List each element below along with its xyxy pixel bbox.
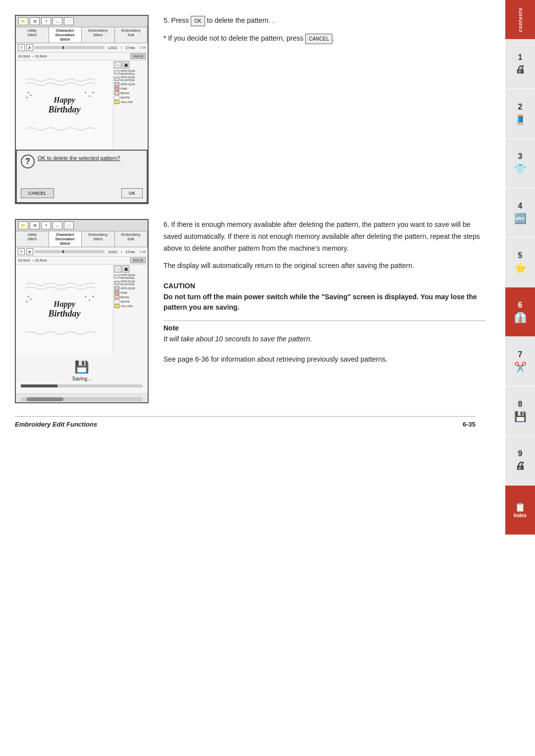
- color-swatch-yellow: [114, 100, 119, 104]
- screen1-size-text: 10.0cm ↔13.9cm: [18, 54, 47, 58]
- color-item-applique-material: APPLIQUEMATERIAL: [114, 69, 147, 75]
- color2-swatch-applique: [114, 286, 119, 290]
- screen1-tab-edit[interactable]: EmbroideryEdit: [115, 27, 148, 43]
- screen2-tool1[interactable]: ⊙: [18, 248, 25, 255]
- chapter4-icon: 🔤: [514, 213, 527, 224]
- screen2-icon-doc[interactable]: 📄: [64, 221, 74, 229]
- svg-point-1: [30, 94, 32, 96]
- chapter6-icon: 👔: [514, 312, 527, 324]
- caution-section: CAUTION Do not turn off the main power s…: [163, 282, 485, 313]
- dialog-question-text: OK to delete the selected pattern?: [38, 155, 120, 162]
- footer-page: 6-35: [463, 421, 476, 428]
- sidebar-tab-9[interactable]: 9 🖨: [505, 436, 535, 486]
- screen2-tab-utility[interactable]: UtilityStitch: [16, 231, 49, 247]
- sidebar-tab-3[interactable]: 3 👕: [505, 139, 535, 188]
- bottom-scrollbar: [21, 397, 143, 401]
- saving-text: Saving...: [72, 376, 92, 381]
- sidebar-tab-contents[interactable]: contents: [505, 0, 535, 40]
- svg-point-7: [30, 298, 32, 300]
- color2-item-yellow: YELLOW: [114, 304, 147, 308]
- color-swatch-applique: [114, 82, 119, 86]
- screen-icon-folder[interactable]: 📁: [18, 17, 28, 25]
- see-also-text: See page 6-36 for information about retr…: [163, 354, 485, 365]
- screen1-tab-character[interactable]: Character/DecorativeStitch: [49, 27, 82, 43]
- screen2-tabs: UtilityStitch Character/DecorativeStitch…: [16, 231, 148, 247]
- screen2-value1: 12021: [106, 250, 120, 254]
- screen2-tool2[interactable]: 🔊: [26, 248, 33, 255]
- sidebar-tab-1[interactable]: 1 🖨: [505, 40, 535, 89]
- chapter1-icon: 🖨: [515, 64, 525, 75]
- svg-point-8: [26, 301, 28, 302]
- screen1-image-btn[interactable]: IMAGE: [130, 54, 146, 59]
- color2-swatch-white: [114, 300, 119, 304]
- screen1-color-panel: ⬜ ⬛ APPLIQUEMATERIAL APPLIQUEPOSITION: [113, 60, 148, 150]
- color-item-applique: APPLIQUE: [114, 82, 147, 86]
- sidebar-tab-7[interactable]: 7 ✂️: [505, 337, 535, 386]
- step6-panel: 6. If there is enough memory available a…: [163, 219, 485, 403]
- sidebar-tab-8[interactable]: 8 💾: [505, 386, 535, 436]
- screen-icon-dash[interactable]: —: [53, 17, 62, 25]
- screen1-icons: 📁 ⚙ ? — 📄: [18, 17, 74, 25]
- dialog-cancel-button[interactable]: CANCEL: [21, 188, 54, 198]
- screen2-tab-character[interactable]: Character/DecorativeStitch: [49, 231, 82, 247]
- note-title: Note: [163, 324, 485, 332]
- color2-tool-1[interactable]: ⬜: [114, 266, 121, 272]
- caution-text: Do not turn off the main power switch wh…: [163, 292, 485, 313]
- screen1-tool1[interactable]: ⊙: [18, 44, 25, 51]
- screen2-icon-question[interactable]: ?: [41, 221, 51, 229]
- screen-icon-question[interactable]: ?: [41, 17, 51, 25]
- screen1-tabs: UtilityStitch Character/DecorativeStitch…: [16, 27, 148, 43]
- color-tool-1[interactable]: ⬜: [114, 61, 121, 68]
- screen2-design: Happy Birthday: [48, 300, 80, 319]
- screen1-tab-embroidery[interactable]: EmbroideryStitch: [82, 27, 115, 43]
- screen1-color-tools: ⬜ ⬛: [114, 61, 147, 68]
- screen2-color-panel: ⬜ ⬛ APPLIQUEMATERIAL APPLIQUEPOSITION: [113, 265, 148, 354]
- svg-point-10: [89, 299, 90, 301]
- step5-panel: 5. Press OK to delete the pattern. . * I…: [163, 15, 485, 204]
- step6-display-note: The display will automatically return to…: [163, 260, 485, 272]
- step5-cancel-button[interactable]: CANCEL: [305, 34, 332, 44]
- sidebar-tab-4[interactable]: 4 🔤: [505, 188, 535, 238]
- saving-progress-bar-container: [21, 384, 143, 387]
- sidebar-tab-2[interactable]: 2 🧵: [505, 89, 535, 139]
- sidebar-tab-index[interactable]: 📋 Index: [505, 486, 535, 535]
- screen1-tab-utility[interactable]: UtilityStitch: [16, 27, 49, 43]
- screen-icon-settings[interactable]: ⚙: [30, 17, 40, 25]
- svg-point-4: [89, 95, 90, 97]
- color-swatch-pink: [114, 87, 119, 91]
- color-item-applique-position: APPLIQUEPOSITION: [114, 76, 147, 82]
- screen2-canvas: Happy Birthday: [16, 265, 113, 354]
- sidebar-tab-5[interactable]: 5 ⭐: [505, 238, 535, 287]
- sidebar-tab-6[interactable]: 6 👔: [505, 287, 535, 337]
- screen2-icon-settings[interactable]: ⚙: [30, 221, 40, 229]
- svg-point-3: [85, 92, 86, 93]
- chapter3-icon: 👕: [514, 163, 527, 175]
- svg-point-2: [26, 97, 28, 98]
- screen1-main: Happy Birthday ⬜ ⬛ APPLIQUEMATERIAL: [16, 60, 148, 150]
- color-swatch-applique-material: [114, 70, 119, 74]
- screen2-value2: 27min: [123, 250, 137, 254]
- screen2-image-btn[interactable]: IMAGE: [130, 258, 146, 263]
- top-section: 📁 ⚙ ? — 📄 UtilityStitch Character/Decora…: [15, 15, 485, 204]
- screen2-slider: [35, 250, 105, 253]
- screen2-tab-edit[interactable]: EmbroideryEdit: [115, 231, 148, 247]
- screen1-canvas: Happy Birthday: [16, 60, 113, 150]
- screen1-sep2: ≡ 10: [140, 46, 146, 49]
- screen1-slider: [35, 46, 105, 49]
- screen2-icon-folder[interactable]: 📁: [18, 221, 28, 229]
- color2-tool-2[interactable]: ⬛: [122, 266, 129, 272]
- color-tool-2[interactable]: ⬛: [122, 61, 129, 68]
- screen2-icon-dash[interactable]: —: [53, 221, 62, 229]
- step5-ok-button[interactable]: OK: [191, 16, 205, 26]
- svg-point-0: [28, 92, 29, 93]
- screen1-tool2[interactable]: 🔊: [26, 44, 33, 51]
- screen2-tab-embroidery[interactable]: EmbroideryStitch: [82, 231, 115, 247]
- screen2-sep: |: [121, 250, 122, 253]
- color-swatch-beige: [114, 91, 119, 95]
- color2-swatch-pink: [114, 291, 119, 295]
- color-item-yellow: YELLOW: [114, 100, 147, 104]
- screen-icon-doc[interactable]: 📄: [64, 17, 74, 25]
- screen2-main: Happy Birthday ⬜ ⬛ APPLIQUEMATERIAL: [16, 265, 148, 354]
- dialog-ok-button[interactable]: OK: [121, 188, 143, 198]
- saving-icon: 💾: [74, 360, 89, 374]
